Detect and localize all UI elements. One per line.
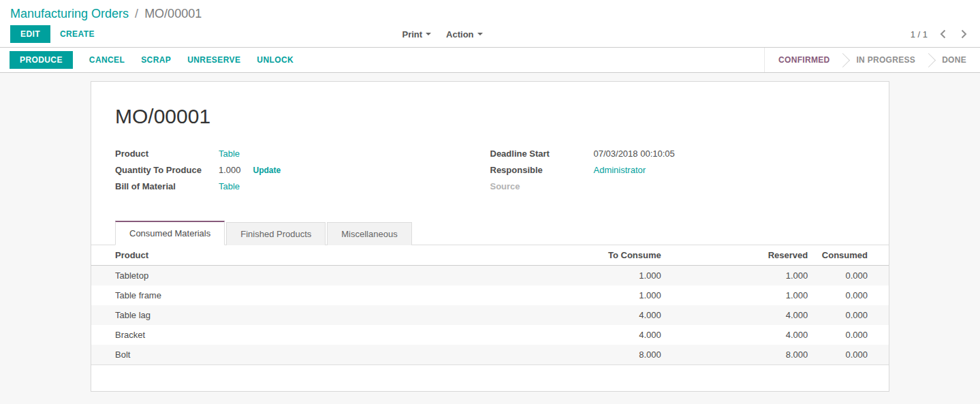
statusbar-buttons: PRODUCE CANCEL SCRAP UNRESERVE UNLOCK bbox=[10, 51, 294, 69]
cell-reserved[interactable]: 8.000 bbox=[664, 345, 810, 365]
control-center: Print Action bbox=[402, 29, 482, 40]
statusbar-steps: CONFIRMED IN PROGRESS DONE bbox=[764, 48, 980, 72]
breadcrumb-parent-link[interactable]: Manufacturing Orders bbox=[10, 7, 129, 20]
cell-to-consume[interactable]: 1.000 bbox=[517, 266, 663, 286]
caret-down-icon bbox=[477, 33, 483, 35]
table-header-row: Product To Consume Reserved Consumed bbox=[91, 245, 889, 266]
pager-next-button[interactable] bbox=[958, 28, 970, 40]
field-source: Source bbox=[490, 181, 866, 191]
statusbar: PRODUCE CANCEL SCRAP UNRESERVE UNLOCK CO… bbox=[0, 48, 980, 73]
field-value-bom-link[interactable]: Table bbox=[219, 181, 240, 191]
cell-reserved[interactable]: 1.000 bbox=[664, 285, 810, 305]
field-deadline-start: Deadline Start 07/03/2018 00:10:05 bbox=[490, 149, 866, 159]
tab-consumed-materials[interactable]: Consumed Materials bbox=[115, 221, 225, 245]
table-row[interactable]: Bracket 4.000 4.000 0.000 bbox=[91, 325, 889, 345]
print-dropdown-label: Print bbox=[402, 29, 422, 40]
caret-down-icon bbox=[426, 33, 431, 35]
cell-reserved[interactable]: 4.000 bbox=[664, 325, 810, 345]
control-row: EDIT CREATE Print Action 1 / 1 bbox=[0, 22, 980, 48]
cell-to-consume[interactable]: 4.000 bbox=[517, 305, 663, 325]
action-dropdown-label: Action bbox=[446, 29, 473, 40]
field-value-quantity: 1.000 bbox=[219, 165, 241, 175]
pager-count: 1 / 1 bbox=[911, 29, 928, 40]
content-area: MO/00001 Product Table Quantity To Produ… bbox=[0, 73, 980, 404]
field-value-responsible-link[interactable]: Administrator bbox=[594, 165, 646, 175]
column-header-reserved[interactable]: Reserved bbox=[664, 245, 810, 266]
record-title: MO/00001 bbox=[115, 105, 865, 128]
column-header-to-consume[interactable]: To Consume bbox=[517, 245, 663, 266]
cell-to-consume[interactable]: 1.000 bbox=[517, 285, 663, 305]
cell-product[interactable]: Bolt bbox=[91, 345, 517, 365]
update-quantity-button[interactable]: Update bbox=[253, 166, 281, 175]
field-quantity-to-produce: Quantity To Produce 1.000 Update bbox=[115, 165, 490, 175]
field-responsible: Responsible Administrator bbox=[490, 165, 866, 175]
chevron-right-icon bbox=[961, 29, 967, 39]
tab-finished-products[interactable]: Finished Products bbox=[226, 222, 326, 245]
breadcrumb-current: MO/00001 bbox=[144, 7, 202, 20]
cell-product[interactable]: Bracket bbox=[91, 325, 517, 345]
cell-consumed[interactable]: 0.000 bbox=[810, 266, 889, 286]
field-label-source: Source bbox=[490, 181, 594, 191]
field-column-right: Deadline Start 07/03/2018 00:10:05 Respo… bbox=[490, 149, 866, 198]
action-dropdown[interactable]: Action bbox=[446, 29, 482, 40]
field-value-product-link[interactable]: Table bbox=[219, 149, 240, 159]
cell-consumed[interactable]: 0.000 bbox=[810, 325, 889, 345]
chevron-left-icon bbox=[940, 29, 946, 39]
edit-button[interactable]: EDIT bbox=[10, 25, 50, 43]
field-product: Product Table bbox=[115, 149, 490, 159]
cell-product[interactable]: Table lag bbox=[91, 305, 517, 325]
cancel-button[interactable]: CANCEL bbox=[89, 55, 125, 65]
status-step-in-progress[interactable]: IN PROGRESS bbox=[842, 48, 929, 72]
field-label-deadline: Deadline Start bbox=[490, 149, 594, 159]
pager: 1 / 1 bbox=[531, 28, 970, 40]
unlock-button[interactable]: UNLOCK bbox=[257, 55, 294, 65]
field-label-product: Product bbox=[115, 149, 219, 159]
table-row[interactable]: Table lag 4.000 4.000 0.000 bbox=[91, 305, 889, 325]
cell-consumed[interactable]: 0.000 bbox=[810, 285, 889, 305]
field-label-bom: Bill of Material bbox=[115, 181, 219, 191]
field-label-quantity: Quantity To Produce bbox=[115, 165, 219, 175]
table-row[interactable]: Table frame 1.000 1.000 0.000 bbox=[91, 285, 889, 305]
cell-product[interactable]: Table frame bbox=[91, 285, 517, 305]
cell-to-consume[interactable]: 8.000 bbox=[517, 345, 663, 365]
status-step-confirmed[interactable]: CONFIRMED bbox=[765, 48, 843, 72]
field-value-deadline: 07/03/2018 00:10:05 bbox=[594, 149, 675, 159]
consumed-materials-table: Product To Consume Reserved Consumed Tab… bbox=[91, 245, 889, 365]
column-header-product[interactable]: Product bbox=[91, 245, 517, 266]
produce-button[interactable]: PRODUCE bbox=[10, 51, 73, 69]
control-left: EDIT CREATE bbox=[10, 25, 449, 43]
cell-consumed[interactable]: 0.000 bbox=[810, 345, 889, 365]
cell-reserved[interactable]: 4.000 bbox=[664, 305, 810, 325]
pager-previous-button[interactable] bbox=[937, 28, 949, 40]
cell-consumed[interactable]: 0.000 bbox=[810, 305, 889, 325]
control-panel: Manufacturing Orders / MO/00001 EDIT CRE… bbox=[0, 0, 980, 48]
field-column-left: Product Table Quantity To Produce 1.000 … bbox=[115, 149, 490, 198]
field-groups: Product Table Quantity To Produce 1.000 … bbox=[115, 149, 865, 198]
print-dropdown[interactable]: Print bbox=[402, 29, 431, 40]
cell-product[interactable]: Tabletop bbox=[91, 266, 517, 286]
table-row[interactable]: Tabletop 1.000 1.000 0.000 bbox=[91, 266, 889, 286]
cell-reserved[interactable]: 1.000 bbox=[664, 266, 810, 286]
form-sheet: MO/00001 Product Table Quantity To Produ… bbox=[91, 81, 889, 392]
breadcrumb: Manufacturing Orders / MO/00001 bbox=[0, 0, 980, 22]
column-header-consumed[interactable]: Consumed bbox=[810, 245, 889, 266]
field-bill-of-material: Bill of Material Table bbox=[115, 181, 490, 191]
field-label-responsible: Responsible bbox=[490, 165, 594, 175]
create-button[interactable]: CREATE bbox=[60, 29, 95, 39]
tab-miscellaneous[interactable]: Miscellaneous bbox=[327, 222, 411, 245]
cell-to-consume[interactable]: 4.000 bbox=[517, 325, 663, 345]
notebook-tabs: Consumed Materials Finished Products Mis… bbox=[91, 221, 889, 245]
table-row[interactable]: Bolt 8.000 8.000 0.000 bbox=[91, 345, 889, 365]
breadcrumb-separator: / bbox=[135, 7, 138, 20]
unreserve-button[interactable]: UNRESERVE bbox=[187, 55, 240, 65]
scrap-button[interactable]: SCRAP bbox=[141, 55, 171, 65]
